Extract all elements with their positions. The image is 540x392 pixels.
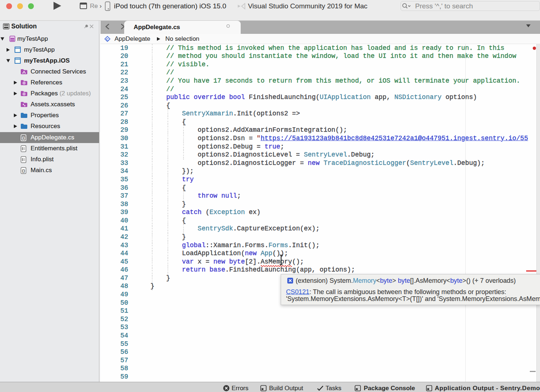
svg-text:C: C	[106, 37, 109, 41]
svg-text:{}: {}	[22, 136, 25, 140]
svg-text:{}: {}	[22, 169, 25, 173]
